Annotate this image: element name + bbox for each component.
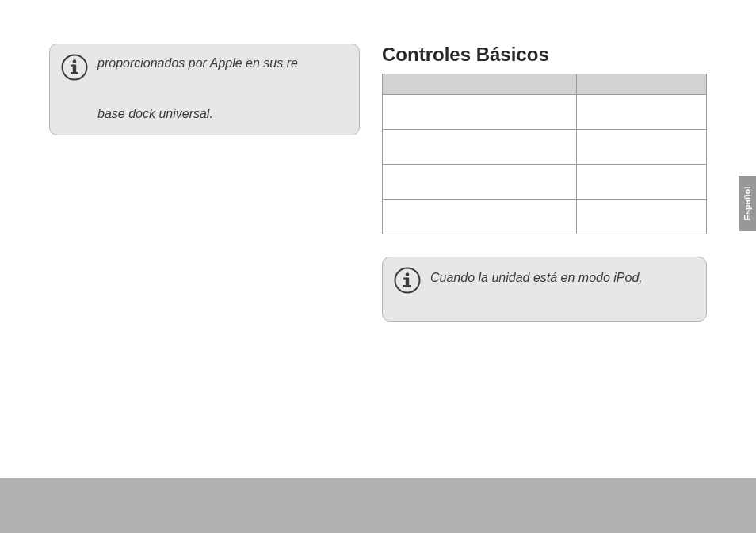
left-column: proporcionados por Apple en sus re base …	[49, 44, 360, 135]
table-cell	[577, 200, 707, 234]
controls-table	[382, 74, 707, 234]
info-text-right: Cuando la unidad está en modo iPod,	[430, 268, 692, 287]
bottom-bar	[0, 478, 756, 533]
info-box-left: proporcionados por Apple en sus re base …	[49, 44, 360, 135]
svg-point-1	[73, 59, 77, 63]
info-icon	[394, 267, 421, 294]
table-cell	[383, 130, 577, 165]
table-cell	[577, 130, 707, 165]
table-header-row	[383, 74, 707, 95]
language-tab-label: Español	[743, 187, 752, 221]
info-text-left: proporcionados por Apple en sus re base …	[97, 54, 345, 124]
language-tab[interactable]: Español	[739, 176, 756, 231]
svg-rect-8	[403, 278, 407, 280]
section-heading: Controles Básicos	[382, 44, 707, 66]
svg-rect-4	[71, 72, 78, 74]
table-row	[383, 200, 707, 234]
table-cell	[577, 95, 707, 130]
table-cell	[383, 165, 577, 200]
table-header-cell	[383, 74, 577, 95]
svg-rect-9	[403, 285, 411, 287]
table-cell	[383, 200, 577, 234]
right-column: Controles Básicos	[382, 44, 707, 322]
svg-point-6	[406, 272, 410, 276]
info-icon	[61, 54, 88, 81]
info-left-line1: proporcionados por Apple en sus re	[97, 54, 345, 73]
table-row	[383, 130, 707, 165]
content-area: proporcionados por Apple en sus re base …	[49, 44, 707, 322]
info-left-line2: base dock universal.	[97, 105, 345, 124]
info-box-right: Cuando la unidad está en modo iPod,	[382, 257, 707, 322]
table-row	[383, 95, 707, 130]
table-row	[383, 165, 707, 200]
table-header-cell	[577, 74, 707, 95]
table-cell	[577, 165, 707, 200]
svg-rect-3	[71, 65, 74, 67]
table-cell	[383, 95, 577, 130]
